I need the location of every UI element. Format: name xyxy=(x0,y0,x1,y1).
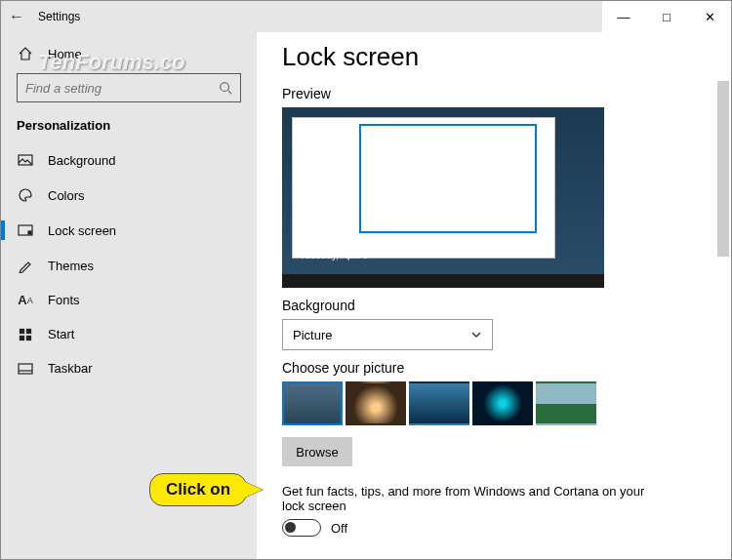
sidebar-label: Start xyxy=(48,327,74,341)
callout-text: Click on xyxy=(149,473,247,506)
lock-screen-icon xyxy=(17,222,34,238)
scrollbar-thumb[interactable] xyxy=(717,81,729,257)
search-input[interactable] xyxy=(25,81,219,96)
svg-rect-4 xyxy=(28,231,31,234)
themes-icon xyxy=(17,258,34,273)
preview-label: Preview xyxy=(282,86,706,101)
svg-line-1 xyxy=(228,91,232,95)
titlebar: ← Settings — □ ✕ xyxy=(1,1,731,32)
callout-tail xyxy=(245,482,263,498)
picture-thumb-3[interactable] xyxy=(409,381,469,425)
search-box[interactable] xyxy=(17,73,241,102)
sidebar-label: Taskbar xyxy=(48,361,93,376)
home-label: Home xyxy=(48,47,82,61)
fonts-icon: AA xyxy=(17,293,34,307)
svg-rect-5 xyxy=(20,328,24,333)
background-dropdown[interactable]: Picture xyxy=(282,319,493,350)
picture-thumb-2[interactable] xyxy=(346,381,406,425)
toggle-state-label: Off xyxy=(331,521,347,536)
preview-date: Tuesday, April 9 xyxy=(300,250,369,260)
svg-rect-8 xyxy=(26,335,31,340)
sidebar-item-fonts[interactable]: AA Fonts xyxy=(1,283,257,317)
preview-time: 9:59 xyxy=(300,224,369,250)
svg-rect-6 xyxy=(26,328,31,333)
minimize-button[interactable]: — xyxy=(602,1,645,32)
chevron-down-icon xyxy=(470,329,482,340)
content-area: Lock screen Preview 9:59 Tuesday, April … xyxy=(257,32,731,559)
start-icon xyxy=(17,328,34,341)
svg-point-0 xyxy=(221,83,229,92)
picture-thumbnails xyxy=(282,381,706,425)
sidebar-item-themes[interactable]: Themes xyxy=(1,248,257,283)
palette-icon xyxy=(17,187,34,203)
home-icon xyxy=(17,46,34,61)
lock-screen-preview: 9:59 Tuesday, April 9 xyxy=(282,107,604,288)
sidebar-label: Lock screen xyxy=(48,223,116,238)
sidebar-label: Themes xyxy=(48,259,94,273)
sidebar-label: Colors xyxy=(48,188,85,203)
close-button[interactable]: ✕ xyxy=(688,1,731,32)
taskbar-icon xyxy=(17,363,34,375)
funfacts-label: Get fun facts, tips, and more from Windo… xyxy=(282,484,653,513)
search-icon xyxy=(219,81,232,95)
sidebar-label: Background xyxy=(48,153,115,168)
picture-thumb-1[interactable] xyxy=(282,381,343,425)
picture-icon xyxy=(17,152,34,168)
back-button[interactable]: ← xyxy=(1,8,32,25)
category-label: Personalization xyxy=(1,112,257,142)
sidebar-item-start[interactable]: Start xyxy=(1,317,257,351)
choose-picture-label: Choose your picture xyxy=(282,360,706,376)
svg-rect-7 xyxy=(20,335,24,340)
sidebar-item-taskbar[interactable]: Taskbar xyxy=(1,351,257,385)
sidebar-item-colors[interactable]: Colors xyxy=(1,178,257,213)
annotation-callout: Click on xyxy=(149,473,263,506)
settings-window: ← Settings — □ ✕ Home Personalization xyxy=(1,1,731,559)
picture-thumb-5[interactable] xyxy=(536,381,596,425)
dropdown-value: Picture xyxy=(293,328,332,342)
sidebar-item-lock-screen[interactable]: Lock screen xyxy=(1,213,257,248)
svg-rect-9 xyxy=(19,364,32,374)
home-link[interactable]: Home xyxy=(1,38,257,69)
browse-button[interactable]: Browse xyxy=(282,437,352,466)
funfacts-toggle[interactable] xyxy=(282,519,321,537)
background-label: Background xyxy=(282,298,706,313)
app-title: Settings xyxy=(32,10,80,23)
sidebar-label: Fonts xyxy=(48,293,80,307)
picture-thumb-4[interactable] xyxy=(472,381,533,425)
sidebar-item-background[interactable]: Background xyxy=(1,142,257,178)
maximize-button[interactable]: □ xyxy=(645,1,688,32)
page-heading: Lock screen xyxy=(282,42,706,72)
